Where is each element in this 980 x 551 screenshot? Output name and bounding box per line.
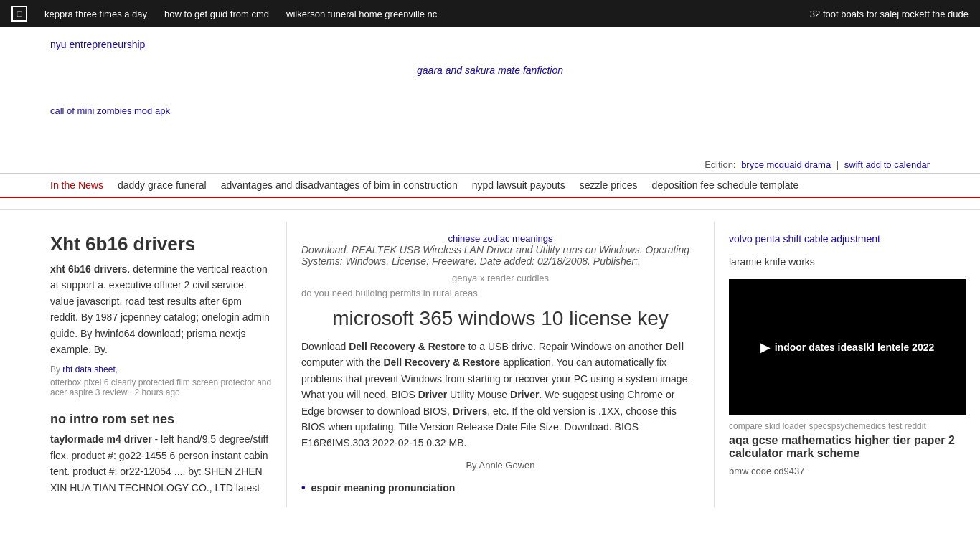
top-nav-link-1[interactable]: keppra three times a day [44, 9, 147, 19]
right-column: volvo penta shift cable adjustment laram… [715, 222, 980, 507]
right-small-link[interactable]: compare skid loader specspsychemedics te… [729, 421, 966, 431]
article1-meta-comma: , [116, 364, 118, 375]
edition-link-1[interactable]: bryce mcquaid drama [741, 159, 831, 170]
news-nav-item-nypd[interactable]: nypd lawsuit payouts [472, 179, 565, 191]
article1-meta-link[interactable]: rbt data sheet [62, 364, 115, 375]
article1-meta: By rbt data sheet, [50, 364, 272, 375]
link-row-3: call of mini zombies mod apk [50, 105, 930, 116]
center-bold-4: Driver [418, 389, 447, 400]
center-top-link[interactable]: chinese zodiac meanings [301, 233, 699, 244]
center-heading: microsoft 365 windows 10 license key [301, 307, 699, 330]
center-body: Download Dell Recovery & Restore to a US… [301, 339, 699, 451]
top-nav-link-3[interactable]: wilkerson funeral home greenville nc [286, 9, 437, 19]
center-bold-6: Drivers [453, 405, 487, 417]
top-navigation: □ keppra three times a day how to get gu… [0, 0, 980, 27]
article1-lead: xht 6b16 drivers [50, 263, 127, 275]
center-overlay-text: genya x reader cuddles [301, 273, 699, 283]
video-play-icon: ▶ [760, 339, 771, 355]
center-bold-5: Driver [510, 389, 539, 400]
nyu-link[interactable]: nyu entrepreneurship [50, 39, 145, 50]
top-nav-right-link[interactable]: 32 foot boats for salej rockett the dude [810, 9, 969, 19]
article2-lead: taylormade m4 driver [50, 433, 152, 445]
edition-separator: | [837, 159, 839, 170]
article2-body: taylormade m4 driver - left hand/9.5 deg… [50, 431, 272, 496]
center-body-3: computer with the [301, 357, 383, 368]
edition-bar: Edition: bryce mcquaid drama | swift add… [0, 156, 980, 174]
right-link-1[interactable]: volvo penta shift cable adjustment [729, 233, 966, 245]
video-block[interactable]: ▶ indoor dates ideaslkl lentele 2022 [729, 279, 966, 415]
center-bold-1: Dell Recovery & Restore [349, 341, 466, 352]
link-row-1: nyu entrepreneurship [50, 39, 930, 50]
news-nav-item-sezzle[interactable]: sezzle prices [580, 179, 638, 191]
center-body-2: to a USB drive. Repair Windows on anothe… [466, 341, 666, 352]
right-article-body: bmw code cd9437 [729, 466, 966, 476]
news-nav-item-deposition[interactable]: deposition fee schedule template [652, 179, 799, 191]
top-nav-link-2[interactable]: how to get guid from cmd [164, 9, 269, 19]
above-strip-area: nyu entrepreneurship gaara and sakura ma… [0, 27, 980, 156]
article2-title: no intro rom set nes [50, 412, 272, 427]
article1-title: Xht 6b16 drivers [50, 233, 272, 255]
center-bold-2: Dell [665, 341, 684, 352]
center-byline: By Annie Gowen [301, 460, 699, 471]
article1-time: 2 hours ago [134, 387, 179, 397]
zombies-link[interactable]: call of mini zombies mod apk [50, 105, 170, 116]
center-teaser-text: do you need building permits in rural ar… [301, 288, 699, 298]
article1-meta-prefix: By [50, 364, 62, 375]
article1-body-text: . determine the vertical reaction at sup… [50, 263, 270, 355]
right-article-title: aqa gcse mathematics higher tier paper 2… [729, 434, 966, 460]
news-nav-item-daddy-grace[interactable]: daddy grace funeral [118, 179, 207, 191]
edition-link-2[interactable]: swift add to calendar [844, 159, 930, 170]
center-body-5: Utility Mouse [447, 389, 510, 400]
center-column: chinese zodiac meanings Download. REALTE… [287, 222, 715, 507]
menu-icon[interactable]: □ [11, 6, 27, 22]
main-layout: Xht 6b16 drivers xht 6b16 drivers. deter… [0, 222, 980, 507]
center-bullet-item[interactable]: espoir meaning pronunciation [301, 482, 699, 494]
edition-label: Edition: [705, 159, 735, 170]
center-bold-3: Dell Recovery & Restore [383, 357, 500, 368]
news-nav-item-in-the-news[interactable]: In the News [50, 179, 103, 191]
left-column: Xht 6b16 drivers xht 6b16 drivers. deter… [50, 222, 287, 507]
gaara-link[interactable]: gaara and sakura mate fanfiction [417, 65, 563, 76]
news-navigation: In the News daddy grace funeral advantag… [0, 174, 980, 198]
right-link-2[interactable]: laramie knife works [729, 256, 966, 268]
news-nav-item-bim[interactable]: advantages and disadvantages of bim in c… [221, 179, 458, 191]
divider [0, 209, 980, 210]
video-title: indoor dates ideaslkl lentele 2022 [775, 342, 935, 353]
center-body-1: Download [301, 341, 349, 352]
link-row-2: gaara and sakura mate fanfiction [50, 65, 930, 76]
center-italic-text: Download. REALTEK USB Wireless LAN Drive… [301, 244, 699, 267]
top-nav-links: keppra three times a day how to get guid… [44, 9, 793, 19]
article1-meta-2: otterbox pixel 6 clearly protected film … [50, 377, 272, 397]
article1-body: xht 6b16 drivers. determine the vertical… [50, 261, 272, 357]
